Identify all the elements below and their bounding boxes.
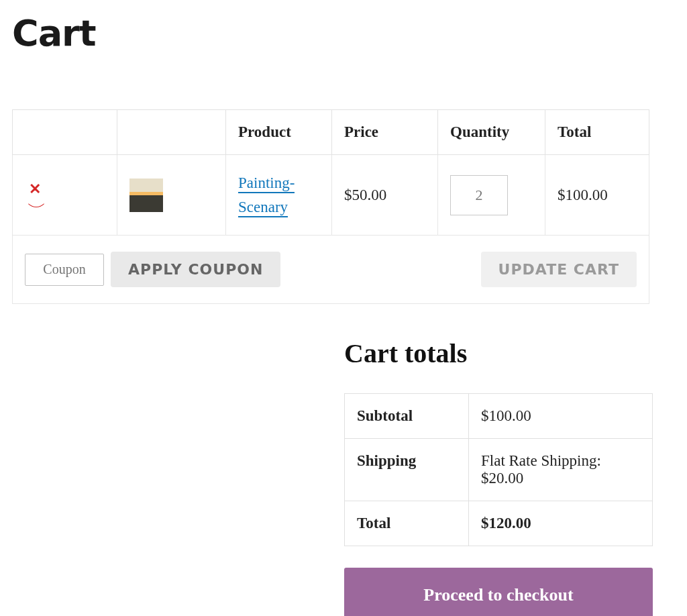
proceed-to-checkout-button[interactable]: Proceed to checkout bbox=[344, 568, 653, 616]
cart-table: Product Price Quantity Total ✕ Painting-… bbox=[12, 109, 649, 304]
cart-actions-row: APPLY COUPON UPDATE CART bbox=[13, 236, 649, 304]
product-thumbnail[interactable] bbox=[129, 178, 163, 212]
subtotal-row: Subtotal $100.00 bbox=[345, 394, 653, 439]
col-total-header: Total bbox=[545, 110, 649, 155]
cart-item-row: ✕ Painting-Scenary $50.00 $100.00 bbox=[13, 155, 649, 236]
shipping-label: Shipping bbox=[345, 439, 469, 501]
shipping-value: Flat Rate Shipping: $20.00 bbox=[469, 439, 653, 501]
coupon-input[interactable] bbox=[25, 254, 104, 286]
product-price: $50.00 bbox=[332, 155, 438, 236]
cart-totals-heading: Cart totals bbox=[344, 338, 653, 369]
close-icon: ✕ bbox=[29, 181, 41, 198]
subtotal-value: $100.00 bbox=[469, 394, 653, 439]
col-price-header: Price bbox=[332, 110, 438, 155]
total-label: Total bbox=[345, 501, 469, 546]
subtotal-label: Subtotal bbox=[345, 394, 469, 439]
update-cart-button[interactable]: UPDATE CART bbox=[481, 252, 637, 287]
col-quantity-header: Quantity bbox=[438, 110, 545, 155]
apply-coupon-button[interactable]: APPLY COUPON bbox=[111, 252, 280, 287]
cart-totals-block: Cart totals Subtotal $100.00 Shipping Fl… bbox=[344, 338, 653, 616]
col-thumb-header bbox=[117, 110, 226, 155]
col-product-header: Product bbox=[226, 110, 332, 155]
total-row: Total $120.00 bbox=[345, 501, 653, 546]
product-link[interactable]: Painting-Scenary bbox=[238, 174, 295, 217]
total-value: $120.00 bbox=[469, 501, 653, 546]
cart-totals-table: Subtotal $100.00 Shipping Flat Rate Ship… bbox=[344, 393, 653, 546]
cart-header-row: Product Price Quantity Total bbox=[13, 110, 649, 155]
page-title: Cart bbox=[12, 12, 675, 54]
col-remove-header bbox=[13, 110, 117, 155]
quantity-input[interactable] bbox=[450, 175, 508, 215]
shipping-row: Shipping Flat Rate Shipping: $20.00 bbox=[345, 439, 653, 501]
line-total: $100.00 bbox=[545, 155, 649, 236]
remove-item-button[interactable]: ✕ bbox=[25, 182, 48, 205]
